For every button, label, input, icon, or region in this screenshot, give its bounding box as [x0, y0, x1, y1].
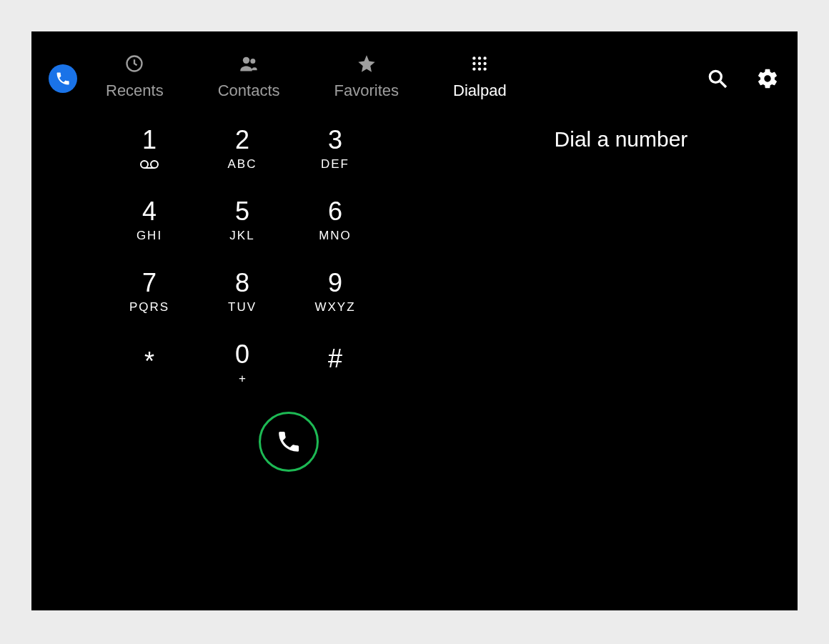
- tab-contacts[interactable]: Contacts: [218, 53, 280, 100]
- tab-label: Favorites: [334, 81, 399, 100]
- search-icon: [706, 67, 729, 90]
- display-placeholder: Dial a number: [555, 127, 688, 151]
- phone-app-window: Recents Contacts: [31, 31, 798, 610]
- key-hash[interactable]: #: [289, 340, 382, 412]
- people-icon: [238, 53, 259, 74]
- key-letters: WXYZ: [314, 300, 355, 314]
- key-letters: DEF: [321, 157, 349, 172]
- key-1[interactable]: 1: [103, 126, 196, 197]
- svg-point-3: [473, 56, 476, 59]
- svg-point-10: [478, 67, 481, 70]
- svg-point-4: [478, 56, 481, 59]
- dialpad-panel: 1 2 ABC 3 DEF: [103, 126, 382, 472]
- phone-icon: [55, 71, 71, 86]
- key-4[interactable]: 4 GHI: [103, 197, 196, 269]
- tab-dialpad[interactable]: Dialpad: [453, 53, 507, 100]
- key-star[interactable]: *: [103, 340, 196, 412]
- key-8[interactable]: 8 TUV: [196, 269, 289, 340]
- key-letters: +: [239, 372, 246, 386]
- content-area: 1 2 ABC 3 DEF: [31, 126, 798, 472]
- key-9[interactable]: 9 WXYZ: [289, 269, 382, 340]
- svg-point-12: [710, 71, 721, 82]
- key-digit: 4: [142, 197, 157, 226]
- svg-point-15: [151, 161, 158, 168]
- app-badge[interactable]: [49, 64, 77, 93]
- key-digit: 0: [235, 340, 249, 369]
- key-digit: 9: [328, 269, 342, 297]
- key-digit: #: [328, 345, 342, 373]
- dialpad-icon: [469, 53, 490, 74]
- key-digit: 3: [328, 126, 342, 154]
- number-display: Dial a number: [382, 126, 753, 472]
- svg-point-11: [484, 67, 487, 70]
- key-digit: 7: [142, 269, 157, 297]
- phone-icon: [276, 429, 302, 455]
- dialpad-grid: 1 2 ABC 3 DEF: [103, 126, 382, 412]
- key-digit: 6: [328, 197, 342, 226]
- key-digit: 5: [235, 197, 249, 226]
- top-bar: Recents Contacts: [31, 31, 798, 100]
- svg-point-7: [478, 62, 481, 65]
- key-digit: 2: [235, 126, 249, 154]
- star-icon: [356, 53, 377, 74]
- top-actions: [705, 66, 780, 91]
- tab-label: Dialpad: [453, 81, 507, 100]
- tab-favorites[interactable]: Favorites: [334, 53, 399, 100]
- key-digit: 1: [142, 126, 157, 154]
- key-digit: *: [144, 347, 154, 376]
- key-6[interactable]: 6 MNO: [289, 197, 382, 269]
- tab-recents[interactable]: Recents: [106, 53, 164, 100]
- svg-point-2: [250, 59, 255, 64]
- key-5[interactable]: 5 JKL: [196, 197, 289, 269]
- svg-point-9: [473, 67, 476, 70]
- key-letters: JKL: [229, 229, 254, 243]
- key-digit: 8: [235, 269, 249, 297]
- tab-bar: Recents Contacts: [106, 53, 507, 100]
- tab-label: Contacts: [218, 81, 280, 100]
- key-letters: PQRS: [129, 300, 169, 314]
- svg-point-5: [484, 56, 487, 59]
- key-2[interactable]: 2 ABC: [196, 126, 289, 197]
- svg-point-6: [473, 62, 476, 65]
- gear-icon: [756, 67, 779, 90]
- search-button[interactable]: [705, 66, 730, 91]
- voicemail-icon: [140, 157, 159, 172]
- key-0[interactable]: 0 +: [196, 340, 289, 412]
- key-7[interactable]: 7 PQRS: [103, 269, 196, 340]
- key-3[interactable]: 3 DEF: [289, 126, 382, 197]
- clock-icon: [124, 53, 145, 74]
- call-button[interactable]: [259, 412, 319, 472]
- svg-point-8: [484, 62, 487, 65]
- settings-button[interactable]: [755, 66, 780, 91]
- key-letters: GHI: [136, 229, 162, 243]
- key-letters: MNO: [319, 229, 352, 243]
- svg-point-1: [243, 57, 249, 64]
- tab-label: Recents: [106, 81, 164, 100]
- svg-line-13: [720, 81, 726, 87]
- svg-point-14: [141, 161, 148, 168]
- key-letters: ABC: [228, 157, 257, 172]
- key-letters: TUV: [228, 300, 257, 314]
